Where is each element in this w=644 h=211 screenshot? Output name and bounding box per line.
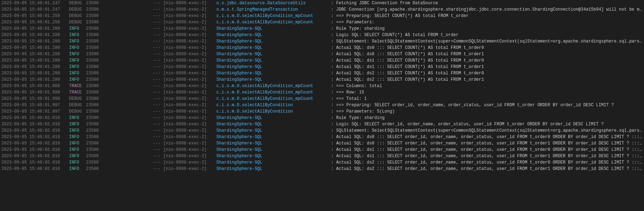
log-pid: 23500 — [86, 115, 151, 120]
log-level: DEBUG — [69, 103, 85, 108]
log-timestamp: 2023-09-05 15:40:01.280 — [1, 33, 67, 38]
log-timestamp: 2023-09-05 15:40:02.010 — [1, 141, 67, 146]
log-message: : ==> Parameters: — [331, 20, 374, 25]
log-line: 2023-09-05 15:40:01.250 DEBUG 23500 --- … — [0, 13, 644, 20]
log-timestamp: 2023-09-05 15:40:02.010 — [1, 122, 67, 127]
log-separator: --- — [153, 109, 161, 114]
log-source: ShardingSphere-SQL — [217, 154, 330, 159]
log-separator: --- — [153, 77, 161, 82]
log-source: c.i.s.m.O.selectAllByCondition_mpCount — [217, 84, 330, 89]
log-line: 2023-09-05 15:40:02.010 INFO 23500 --- [… — [0, 160, 644, 166]
log-timestamp: 2023-09-05 15:40:01.280 — [1, 45, 67, 50]
log-message: : Actual SQL: ds1 ::: SELECT order_id, o… — [331, 147, 643, 152]
log-level: INFO — [69, 122, 85, 127]
log-line: 2023-09-05 15:40:01.280 INFO 23500 --- [… — [0, 33, 644, 39]
log-message: : Logic SQL: SELECT COUNT(*) AS total FR… — [331, 33, 459, 38]
log-message: : ==> Preparing: SELECT COUNT(*) AS tota… — [331, 13, 469, 18]
log-separator: --- — [153, 64, 161, 69]
log-timestamp: 2023-09-05 15:40:02.010 — [1, 166, 67, 171]
log-separator: --- — [153, 7, 161, 12]
log-thread: [nio-8098-exec-2] — [163, 109, 217, 114]
log-pid: 23500 — [86, 7, 151, 12]
log-separator: --- — [153, 58, 161, 63]
log-line: 2023-09-05 15:40:01.280 INFO 23500 --- [… — [0, 26, 644, 33]
log-thread: [nio-8098-exec-2] — [163, 160, 217, 165]
log-timestamp: 2023-09-05 15:40:01.280 — [1, 71, 67, 76]
log-source: o.s.jdbc.datasource.DataSourceUtils — [217, 1, 330, 6]
log-timestamp: 2023-09-05 15:40:01.280 — [1, 26, 67, 31]
log-pid: 23500 — [86, 90, 151, 95]
log-level: INFO — [69, 39, 85, 44]
log-line: 2023-09-05 15:40:01.280 INFO 23500 --- [… — [0, 52, 644, 58]
log-timestamp: 2023-09-05 15:40:01.280 — [1, 39, 67, 44]
log-pid: 23500 — [86, 160, 151, 165]
log-thread: [nio-8098-exec-2] — [163, 13, 217, 18]
log-source: o.m.s.t.SpringManagedTransaction — [217, 7, 330, 12]
log-source: c.i.s.m.O.selectAllByCondition_mpCount — [217, 96, 330, 101]
log-pid: 23500 — [86, 52, 151, 57]
log-line: 2023-09-05 15:40:01.990 DEBUG 23500 --- … — [0, 96, 644, 103]
log-thread: [nio-8098-exec-2] — [163, 64, 217, 69]
log-thread: [nio-8098-exec-2] — [163, 26, 217, 31]
log-message: : Logic SQL: SELECT order_id, order_name… — [331, 122, 604, 127]
log-separator: --- — [153, 52, 161, 57]
log-level: INFO — [69, 26, 85, 31]
log-level: INFO — [69, 45, 85, 50]
log-thread: [nio-8098-exec-2] — [163, 154, 217, 159]
log-thread: [nio-8098-exec-2] — [163, 96, 217, 101]
log-level: INFO — [69, 115, 85, 120]
log-timestamp: 2023-09-05 15:40:02.010 — [1, 147, 67, 152]
log-level: INFO — [69, 141, 85, 146]
log-level: INFO — [69, 128, 85, 133]
log-message: : Actual SQL: ds0 ::: SELECT order_id, o… — [331, 135, 643, 139]
log-line: 2023-09-05 15:40:01.256 DEBUG 23500 --- … — [0, 20, 644, 26]
log-source: ShardingSphere-SQL — [217, 33, 330, 38]
log-timestamp: 2023-09-05 15:40:01.988 — [1, 90, 67, 95]
log-pid: 23500 — [86, 39, 151, 44]
log-line: 2023-09-05 15:40:01.247 DEBUG 23500 --- … — [0, 1, 644, 7]
log-level: INFO — [69, 77, 85, 82]
log-thread: [nio-8098-exec-2] — [163, 115, 217, 120]
log-source: ShardingSphere-SQL — [217, 77, 330, 82]
log-message: : <== Total: 1 — [331, 96, 367, 101]
log-separator: --- — [153, 96, 161, 101]
log-pid: 23500 — [86, 13, 151, 18]
log-source: c.i.s.m.O.selectAllByCondition_mpCount — [217, 90, 330, 95]
log-thread: [nio-8098-exec-2] — [163, 58, 217, 63]
log-source: ShardingSphere-SQL — [217, 135, 330, 139]
log-thread: [nio-8098-exec-2] — [163, 20, 217, 25]
log-level: INFO — [69, 147, 85, 152]
log-message: : Actual SQL: ds0 ::: SELECT COUNT(*) AS… — [331, 52, 484, 57]
log-source: ShardingSphere-SQL — [217, 147, 330, 152]
log-thread: [nio-8098-exec-2] — [163, 1, 217, 6]
log-level: DEBUG — [69, 96, 85, 101]
log-source: ShardingSphere-SQL — [217, 115, 330, 120]
log-pid: 23500 — [86, 1, 151, 6]
log-line: 2023-09-05 15:40:01.280 INFO 23500 --- [… — [0, 71, 644, 77]
log-timestamp: 2023-09-05 15:40:01.250 — [1, 13, 67, 18]
log-line: 2023-09-05 15:40:02.010 INFO 23500 --- [… — [0, 122, 644, 128]
log-level: INFO — [69, 33, 85, 38]
log-separator: --- — [153, 39, 161, 44]
log-pid: 23500 — [86, 84, 151, 89]
log-timestamp: 2023-09-05 15:40:01.997 — [1, 103, 67, 108]
log-timestamp: 2023-09-05 15:40:01.280 — [1, 64, 67, 69]
log-source: ShardingSphere-SQL — [217, 71, 330, 76]
log-level: INFO — [69, 160, 85, 165]
log-level: INFO — [69, 135, 85, 139]
log-level: DEBUG — [69, 1, 85, 6]
log-timestamp: 2023-09-05 15:40:02.010 — [1, 160, 67, 165]
log-pid: 23500 — [86, 103, 151, 108]
log-separator: --- — [153, 45, 161, 50]
log-timestamp: 2023-09-05 15:40:01.280 — [1, 58, 67, 63]
log-timestamp: 2023-09-05 15:40:02.010 — [1, 135, 67, 139]
log-level: DEBUG — [69, 20, 85, 25]
log-separator: --- — [153, 13, 161, 18]
log-line: 2023-09-05 15:40:02.010 INFO 23500 --- [… — [0, 147, 644, 154]
log-separator: --- — [153, 26, 161, 31]
log-line: 2023-09-05 15:40:01.988 TRACE 23500 --- … — [0, 90, 644, 96]
log-timestamp: 2023-09-05 15:40:01.247 — [1, 7, 67, 12]
log-thread: [nio-8098-exec-2] — [163, 103, 217, 108]
log-thread: [nio-8098-exec-2] — [163, 7, 217, 12]
log-source: ShardingSphere-SQL — [217, 166, 330, 171]
